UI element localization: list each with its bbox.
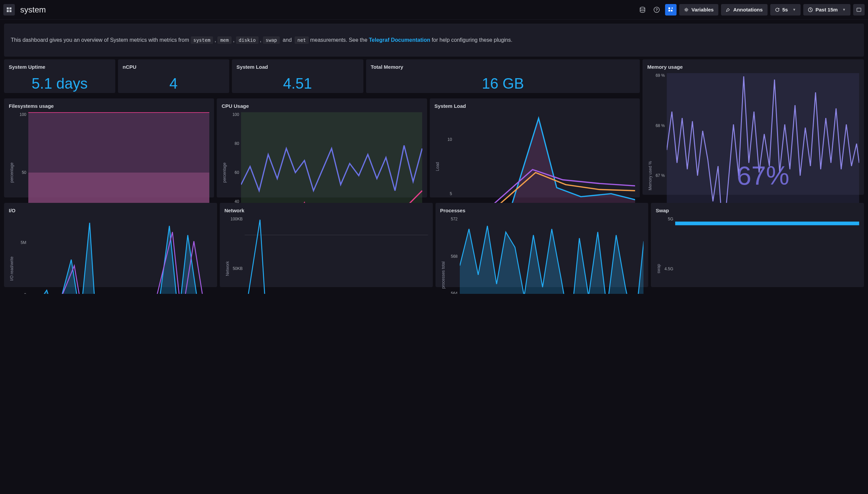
database-icon bbox=[639, 7, 645, 13]
cell-title: Filesystems usage bbox=[9, 103, 209, 109]
sysload-value: 4.51 bbox=[237, 75, 359, 92]
banner-text: measurements. See the bbox=[310, 37, 369, 43]
svg-rect-8 bbox=[668, 10, 670, 12]
y-axis-label: swap bbox=[656, 217, 662, 294]
info-banner: This dashboard gives you an overview of … bbox=[4, 24, 864, 57]
cell-title: System Uptime bbox=[9, 64, 111, 70]
y-axis-label: processes total bbox=[440, 217, 446, 294]
pen-icon bbox=[726, 7, 731, 12]
variables-button[interactable]: Variables bbox=[679, 4, 718, 16]
cpu-chart-cell[interactable]: CPU Usage percentage 10080604020 bbox=[217, 98, 427, 197]
dashboard-body: This dashboard gives you an overview of … bbox=[0, 20, 868, 294]
dashboards-icon-button[interactable] bbox=[3, 4, 15, 16]
banner-text: This dashboard gives you an overview of … bbox=[11, 37, 191, 43]
cell-title: Total Memory bbox=[371, 64, 636, 70]
code-tag: swap bbox=[263, 36, 280, 44]
network-chart-cell[interactable]: Network Network 100KB50KB0B 08:5509:0009… bbox=[220, 203, 433, 287]
svg-point-10 bbox=[686, 9, 687, 11]
chart-plot bbox=[460, 217, 644, 294]
totalmem-cell[interactable]: Total Memory 16 GB bbox=[366, 59, 640, 93]
chevron-down-icon: ▼ bbox=[843, 8, 846, 12]
svg-rect-7 bbox=[668, 7, 670, 9]
svg-point-4 bbox=[640, 7, 645, 9]
code-tag: diskio bbox=[236, 36, 259, 44]
ncpu-value: 4 bbox=[123, 75, 225, 92]
question-icon: ? bbox=[654, 7, 660, 13]
svg-rect-9 bbox=[671, 10, 673, 12]
svg-rect-2 bbox=[7, 10, 9, 12]
time-range-value: Past 15m bbox=[815, 7, 838, 13]
annotations-button[interactable]: Annotations bbox=[721, 4, 768, 16]
data-icon-button[interactable] bbox=[637, 4, 648, 16]
svg-text:?: ? bbox=[656, 8, 658, 12]
time-range-dropdown[interactable]: Past 15m ▼ bbox=[803, 4, 850, 16]
chevron-down-icon: ▼ bbox=[792, 8, 796, 12]
fullscreen-button[interactable] bbox=[853, 4, 865, 16]
svg-rect-3 bbox=[10, 10, 12, 12]
banner-text: for help configuring these plugins. bbox=[432, 37, 512, 43]
y-ticks: 572568564560 bbox=[446, 217, 460, 294]
ncpu-cell[interactable]: nCPU 4 bbox=[118, 59, 229, 93]
help-icon-button[interactable]: ? bbox=[651, 4, 662, 16]
cell-title: System Load bbox=[237, 64, 359, 70]
uptime-value: 5.1 days bbox=[9, 75, 111, 92]
y-ticks: 100KB50KB0B bbox=[230, 217, 245, 294]
fullscreen-icon bbox=[856, 7, 862, 13]
cell-title: CPU Usage bbox=[222, 103, 422, 109]
annotations-label: Annotations bbox=[733, 7, 763, 13]
refresh-icon bbox=[775, 7, 780, 12]
sysload-chart-cell[interactable]: System Load Load 105 bbox=[430, 98, 640, 197]
svg-rect-1 bbox=[10, 7, 12, 10]
topbar: system ? Variables Annotations 5s ▼ Past… bbox=[0, 0, 868, 20]
totalmem-value: 16 GB bbox=[371, 75, 636, 92]
cell-title: I/O bbox=[9, 208, 212, 213]
code-tag: mem bbox=[218, 36, 231, 44]
clock-icon bbox=[808, 7, 813, 12]
variables-label: Variables bbox=[691, 7, 714, 13]
cell-title: Network bbox=[225, 208, 428, 213]
code-tag: system bbox=[191, 36, 213, 44]
svg-rect-12 bbox=[857, 8, 861, 12]
grid-icon bbox=[6, 7, 12, 13]
uptime-cell[interactable]: System Uptime 5.1 days bbox=[4, 59, 115, 93]
telegraf-doc-link[interactable]: Telegraf Documentation bbox=[369, 37, 430, 43]
filesystems-chart-cell[interactable]: Filesystems usage percentage 100500 bbox=[4, 98, 214, 197]
processes-chart-cell[interactable]: Processes processes total 572568564560 bbox=[435, 203, 648, 287]
cell-title: Swap bbox=[656, 208, 859, 213]
chart-plot bbox=[675, 217, 859, 294]
cell-title: Memory usage bbox=[647, 64, 859, 70]
code-tag: net bbox=[295, 36, 308, 44]
sysload-stat-cell[interactable]: System Load 4.51 bbox=[232, 59, 363, 93]
add-cell-button[interactable] bbox=[665, 4, 677, 16]
y-axis-label: I/O read/write bbox=[9, 217, 15, 294]
y-ticks: 5G4.5G4G bbox=[662, 217, 675, 294]
refresh-value: 5s bbox=[782, 7, 788, 13]
cell-title: Processes bbox=[440, 208, 644, 213]
gear-icon bbox=[684, 7, 689, 12]
y-axis-label: Network bbox=[225, 217, 230, 294]
svg-rect-0 bbox=[7, 7, 9, 10]
memory-chart-cell[interactable]: Memory usage Memory used % 69 %68 %67 %6… bbox=[642, 59, 864, 195]
y-ticks: 5M0 bbox=[15, 217, 28, 294]
refresh-dropdown[interactable]: 5s ▼ bbox=[770, 4, 801, 16]
chart-plot bbox=[245, 217, 428, 294]
page-title: system bbox=[20, 5, 46, 15]
chart-plot bbox=[28, 217, 212, 294]
cell-title: System Load bbox=[434, 103, 635, 109]
add-panel-icon bbox=[668, 7, 674, 13]
io-chart-cell[interactable]: I/O I/O read/write 5M0 09:05 bbox=[4, 203, 217, 287]
svg-rect-23 bbox=[675, 222, 859, 225]
cell-title: nCPU bbox=[123, 64, 225, 70]
swap-chart-cell[interactable]: Swap swap 5G4.5G4G 08:5509:0009:05 bbox=[651, 203, 864, 287]
